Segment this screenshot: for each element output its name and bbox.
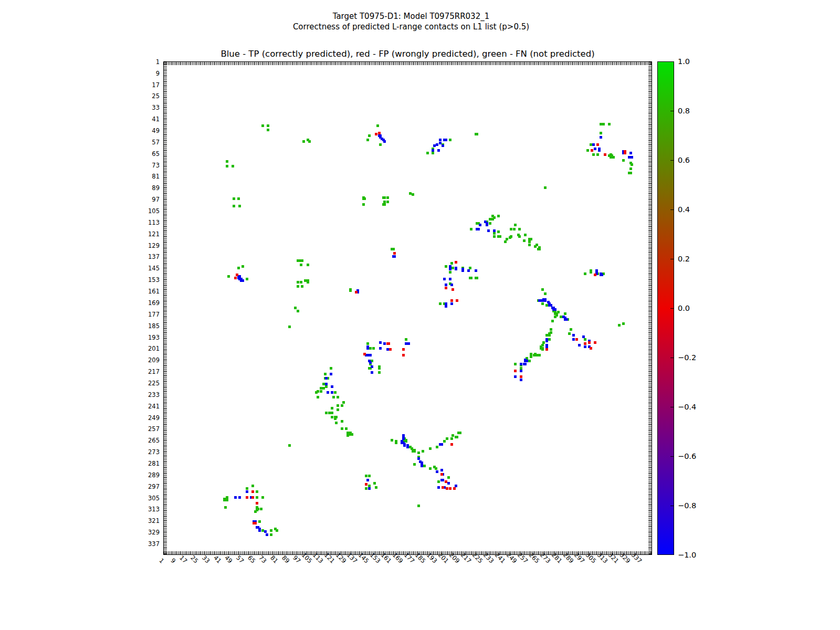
data-point-fn xyxy=(523,239,526,242)
y-tick-label: 193 xyxy=(148,335,160,341)
data-point-fp xyxy=(355,291,358,293)
y-tick-label: 81 xyxy=(152,174,160,180)
data-point-fn xyxy=(386,201,389,203)
data-point-tp xyxy=(437,486,440,489)
data-point-fn xyxy=(372,347,375,350)
y-tick-label: 337 xyxy=(148,541,160,547)
data-point-fn xyxy=(548,334,551,337)
y-tick-label: 217 xyxy=(148,369,160,375)
data-point-fn xyxy=(497,230,500,233)
data-point-fn xyxy=(470,277,472,279)
data-point-fp xyxy=(452,288,454,291)
y-tick-label: 145 xyxy=(148,266,160,271)
data-point-tp xyxy=(369,361,372,364)
data-point-fn xyxy=(366,342,369,345)
data-point-fn xyxy=(533,354,536,356)
data-point-fn xyxy=(629,172,632,174)
right-axis-ticks xyxy=(648,62,652,554)
data-point-tp xyxy=(449,278,452,280)
data-point-fn xyxy=(260,508,262,510)
data-point-fn xyxy=(524,234,527,236)
colorbar-tick-label: −0.6 xyxy=(678,453,696,460)
data-point-tp xyxy=(445,139,447,141)
data-point-fn xyxy=(330,367,332,370)
data-point-fn xyxy=(227,275,230,278)
axes-title: Blue - TP (correctly predicted), red - F… xyxy=(163,49,652,59)
y-tick-label: 233 xyxy=(148,392,160,398)
data-point-tp xyxy=(520,379,522,381)
data-point-fn xyxy=(504,240,507,243)
data-point-fn xyxy=(417,505,420,507)
data-point-fn xyxy=(270,529,272,532)
data-point-tp xyxy=(242,279,244,282)
colorbar-tick-label: 0.2 xyxy=(678,255,690,262)
data-point-tp xyxy=(572,334,575,337)
data-point-fn xyxy=(476,277,478,279)
data-point-fn xyxy=(332,396,335,398)
data-point-tp xyxy=(601,274,603,276)
data-point-fn xyxy=(391,439,393,442)
data-point-fp xyxy=(254,522,257,524)
data-point-fn xyxy=(412,193,414,196)
data-point-fn xyxy=(459,432,461,434)
data-point-fn xyxy=(560,316,562,318)
colorbar-tick-label: 0.8 xyxy=(678,107,690,114)
x-tick-label: 9 xyxy=(170,558,176,564)
x-tick-label: 73 xyxy=(258,555,267,564)
data-point-fn xyxy=(337,396,339,398)
top-axis-ticks xyxy=(164,62,652,65)
data-point-fn xyxy=(568,332,571,335)
data-point-fn xyxy=(592,153,595,156)
data-point-fn xyxy=(307,281,309,284)
data-point-fn xyxy=(276,529,278,532)
y-tick-label: 9 xyxy=(156,71,160,77)
data-point-fn xyxy=(542,341,545,344)
data-point-fn xyxy=(584,272,586,275)
data-point-fn xyxy=(520,367,522,370)
data-point-fp xyxy=(389,348,392,351)
y-tick-label: 209 xyxy=(148,358,160,363)
y-tick-label: 137 xyxy=(148,254,160,260)
data-point-fn xyxy=(600,132,602,134)
data-point-tp xyxy=(331,385,333,388)
data-point-fn xyxy=(368,134,371,137)
x-tick-label: 89 xyxy=(280,555,290,564)
data-point-fp xyxy=(594,274,596,276)
data-point-fn xyxy=(541,302,544,305)
data-point-tp xyxy=(449,268,452,270)
data-point-tp xyxy=(584,345,586,348)
colorbar-tick-label: −0.4 xyxy=(678,403,696,411)
colorbar-tick xyxy=(670,407,674,407)
data-point-fn xyxy=(538,354,541,356)
y-tick-label: 281 xyxy=(148,461,160,467)
data-point-tp xyxy=(432,149,434,152)
data-point-fn xyxy=(317,396,319,398)
colorbar-tick xyxy=(670,111,674,111)
figure-suptitle-line2: Correctness of predicted L-range contact… xyxy=(0,22,831,32)
data-point-fn xyxy=(346,432,349,434)
data-point-fp xyxy=(375,133,377,135)
data-point-fn xyxy=(307,264,309,266)
data-point-fn xyxy=(334,417,337,420)
data-point-fn xyxy=(409,192,412,195)
data-point-tp xyxy=(371,371,373,374)
x-tick-label: 57 xyxy=(235,555,245,564)
data-point-fn xyxy=(536,244,538,246)
data-point-fn xyxy=(452,267,454,269)
data-point-fn xyxy=(238,205,241,207)
data-point-fn xyxy=(341,427,343,430)
data-point-fn xyxy=(450,437,453,440)
data-point-fn xyxy=(301,259,303,262)
data-point-fn xyxy=(256,496,258,499)
data-point-fp xyxy=(251,496,254,499)
data-point-tp xyxy=(405,342,407,345)
data-point-fn xyxy=(320,390,322,393)
data-point-fn xyxy=(584,338,586,341)
data-point-tp xyxy=(368,487,371,490)
data-point-fp xyxy=(588,341,591,344)
data-point-fp xyxy=(256,502,258,505)
data-point-fn xyxy=(622,322,625,325)
data-point-fn xyxy=(528,240,531,243)
data-point-fp xyxy=(442,486,444,489)
data-point-tp xyxy=(447,482,450,485)
